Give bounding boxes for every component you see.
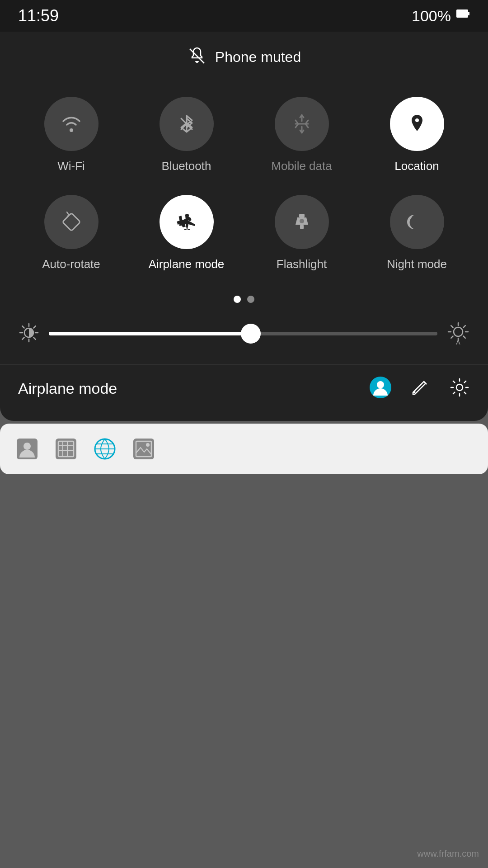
night-mode-label: Night mode (387, 257, 447, 271)
gallery-app-icon[interactable] (131, 436, 156, 462)
mute-bar: Phone muted (0, 32, 488, 77)
svg-rect-7 (300, 225, 304, 229)
location-circle (390, 97, 444, 151)
page-dots (0, 287, 488, 316)
svg-rect-5 (62, 213, 80, 231)
bluetooth-circle (160, 97, 214, 151)
toggle-night-mode[interactable]: Night mode (359, 184, 474, 282)
bluetooth-label: Bluetooth (162, 159, 211, 173)
app-bar (0, 424, 488, 474)
toggle-bluetooth[interactable]: Bluetooth (129, 86, 244, 184)
brightness-high-icon: A (446, 321, 470, 346)
background (0, 474, 488, 791)
battery-percentage: 100% (412, 7, 451, 25)
dot-1[interactable] (234, 296, 241, 303)
svg-point-29 (377, 381, 384, 388)
toggles-grid: Wi-Fi Bluetooth (0, 77, 488, 287)
battery-icon (455, 7, 470, 25)
svg-rect-6 (299, 214, 305, 217)
svg-line-17 (22, 338, 24, 340)
svg-point-18 (454, 327, 463, 336)
svg-line-26 (451, 336, 453, 338)
quick-settings-panel: Phone muted Wi-Fi Bluetooth (0, 32, 488, 421)
toggle-wifi[interactable]: Wi-Fi (14, 86, 129, 184)
svg-point-45 (146, 443, 150, 447)
contacts-app-icon[interactable] (14, 436, 40, 462)
wifi-circle (44, 97, 99, 151)
toggle-mobile-data[interactable]: Mobile data (244, 86, 359, 184)
svg-line-23 (451, 326, 453, 328)
bottom-icons (369, 376, 470, 401)
auto-rotate-circle (44, 195, 99, 249)
auto-rotate-label: Auto-rotate (42, 257, 100, 271)
location-label: Location (394, 159, 439, 173)
mobile-data-circle (275, 97, 329, 151)
svg-line-24 (464, 336, 465, 338)
dot-2[interactable] (247, 296, 254, 303)
toggle-airplane-mode[interactable]: Airplane mode (129, 184, 244, 282)
svg-line-16 (34, 326, 36, 328)
airplane-circle (160, 195, 214, 249)
svg-point-8 (300, 219, 304, 223)
svg-line-14 (22, 326, 24, 328)
svg-point-4 (415, 118, 419, 122)
svg-rect-0 (456, 9, 468, 18)
svg-point-30 (456, 384, 463, 391)
night-mode-circle (390, 195, 444, 249)
watermark: www.frfam.com (417, 849, 479, 859)
status-right: 100% (412, 7, 470, 25)
edit-icon[interactable] (410, 377, 431, 400)
mute-icon (187, 46, 207, 68)
mute-text: Phone muted (215, 49, 301, 66)
svg-text:A: A (456, 339, 460, 344)
brightness-low-icon (18, 322, 40, 345)
flashlight-label: Flashlight (277, 257, 327, 271)
toggle-auto-rotate[interactable]: Auto-rotate (14, 184, 129, 282)
browser-app-icon[interactable] (92, 436, 117, 462)
account-icon[interactable] (369, 376, 392, 401)
wifi-label: Wi-Fi (57, 159, 85, 173)
bottom-bar: Airplane mode (0, 364, 488, 412)
svg-line-25 (464, 326, 465, 328)
svg-rect-1 (468, 12, 469, 15)
svg-line-15 (34, 338, 36, 340)
brightness-thumb[interactable] (241, 324, 261, 344)
brightness-fill (49, 332, 251, 335)
flashlight-circle (275, 195, 329, 249)
brightness-slider[interactable] (49, 332, 437, 335)
airplane-mode-label: Airplane mode (149, 257, 225, 271)
status-bar: 11:59 100% (0, 0, 488, 32)
settings-icon[interactable] (449, 377, 470, 400)
brightness-row: A (0, 316, 488, 360)
status-time: 11:59 (18, 6, 59, 25)
mobile-data-label: Mobile data (271, 159, 332, 173)
network-app-icon[interactable] (53, 436, 79, 462)
toggle-location[interactable]: Location (359, 86, 474, 184)
active-mode-label: Airplane mode (18, 380, 117, 397)
toggle-flashlight[interactable]: Flashlight (244, 184, 359, 282)
svg-point-32 (23, 443, 31, 450)
